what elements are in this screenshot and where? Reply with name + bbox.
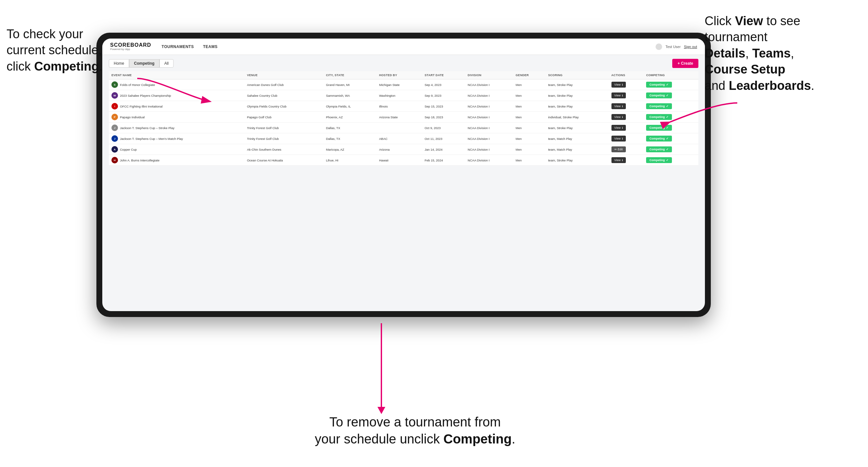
cell-hosted: Arizona — [376, 144, 422, 155]
cell-scoring: team, Stroke Play — [546, 80, 609, 90]
table-header: EVENT NAME VENUE CITY, STATE HOSTED BY S… — [109, 71, 699, 80]
team-logo: P — [112, 114, 118, 120]
event-name-text: John A. Burns Intercollegiate — [120, 158, 159, 162]
competing-button[interactable]: Competing — [646, 82, 672, 88]
cell-scoring: team, Match Play — [546, 133, 609, 144]
cell-date: Jan 14, 2024 — [422, 144, 465, 155]
arrow-bottom — [381, 323, 382, 408]
user-label: Test User — [665, 45, 680, 49]
cell-city: Maricopa, AZ — [323, 144, 376, 155]
nav-teams[interactable]: TEAMS — [203, 44, 218, 49]
cell-action: View ℹ — [609, 101, 644, 112]
cell-venue: Papago Golf Club — [244, 112, 323, 123]
cell-venue: Ocean Course At Hokuala — [244, 155, 323, 166]
annotation-tl-competing: Competing — [34, 60, 99, 73]
filter-all[interactable]: All — [159, 59, 174, 68]
competing-button[interactable]: Competing — [646, 147, 672, 152]
ann-bot-line2-plain: your schedule unclick — [315, 432, 443, 446]
col-actions: ACTIONS — [609, 71, 644, 80]
nav-items: TOURNAMENTS TEAMS — [162, 44, 656, 49]
cell-division: NCAA Division I — [465, 123, 513, 133]
table-row: J Jackson T. Stephens Cup – Stroke Play … — [109, 123, 699, 133]
cell-scoring: team, Stroke Play — [546, 155, 609, 166]
cell-venue: American Dunes Golf Club — [244, 80, 323, 90]
cell-scoring: team, Stroke Play — [546, 101, 609, 112]
cell-date: Sep 15, 2023 — [422, 101, 465, 112]
cell-event-name: A Copper Cup — [109, 144, 244, 155]
event-name-text: Papago Individual — [120, 115, 145, 119]
user-icon — [656, 43, 662, 50]
edit-button[interactable]: ✏ Edit — [612, 147, 626, 152]
cell-gender: Men — [513, 144, 546, 155]
annotation-tl-period: . — [99, 60, 103, 73]
ann-bot-end: . — [512, 432, 516, 446]
cell-gender: Men — [513, 123, 546, 133]
cell-scoring: team, Stroke Play — [546, 123, 609, 133]
col-division: DIVISION — [465, 71, 513, 80]
event-name-text: 2023 Sahalee Players Championship — [120, 94, 171, 97]
cell-hosted: ABAC — [376, 133, 422, 144]
cell-hosted: Hawaii — [376, 155, 422, 166]
cell-division: NCAA Division I — [465, 112, 513, 123]
cell-date: Oct 11, 2023 — [422, 133, 465, 144]
ann-tr-leaderboards: Leaderboards — [729, 79, 811, 92]
competing-button[interactable]: Competing — [646, 125, 672, 131]
cell-competing: Competing — [644, 133, 699, 144]
tablet-screen: SCOREBOARD Powered by clipp TOURNAMENTS … — [102, 38, 705, 311]
annotation-top-left: To check your current schedule, click Co… — [6, 26, 144, 74]
sign-out-link[interactable]: Sign out — [684, 45, 697, 49]
cell-hosted — [376, 123, 422, 133]
cell-division: NCAA Division I — [465, 133, 513, 144]
cell-competing: Competing — [644, 90, 699, 101]
competing-button[interactable]: Competing — [646, 92, 672, 98]
cell-action: ✏ Edit — [609, 144, 644, 155]
col-competing: COMPETING — [644, 71, 699, 80]
col-city: CITY, STATE — [323, 71, 376, 80]
cell-scoring: team, Stroke Play — [546, 90, 609, 101]
cell-division: NCAA Division I — [465, 155, 513, 166]
table-row: P Papago Individual Papago Golf ClubPhoe… — [109, 112, 699, 123]
cell-date: Oct 9, 2023 — [422, 123, 465, 133]
tournaments-table-wrap: EVENT NAME VENUE CITY, STATE HOSTED BY S… — [109, 71, 699, 307]
cell-division: NCAA Division I — [465, 144, 513, 155]
ann-tr-coursesetup: Course Setup — [705, 62, 785, 76]
view-button[interactable]: View ℹ — [612, 82, 626, 88]
cell-city: Lihue, HI — [323, 155, 376, 166]
view-button[interactable]: View ℹ — [612, 92, 626, 98]
cell-date: Sep 9, 2023 — [422, 90, 465, 101]
col-venue: VENUE — [244, 71, 323, 80]
view-button[interactable]: View ℹ — [612, 157, 626, 163]
cell-competing: Competing — [644, 80, 699, 90]
cell-gender: Men — [513, 155, 546, 166]
create-button[interactable]: + Create — [672, 59, 699, 68]
team-logo: J — [112, 125, 118, 131]
competing-button[interactable]: Competing — [646, 136, 672, 142]
cell-hosted: Illinois — [376, 101, 422, 112]
annotation-tl-line2: current schedule, — [6, 43, 102, 57]
cell-city: Dallas, TX — [323, 123, 376, 133]
event-name-text: Copper Cup — [120, 148, 136, 151]
competing-button[interactable]: Competing — [646, 103, 672, 109]
cell-city: Grand Haven, MI — [323, 80, 376, 90]
cell-gender: Men — [513, 90, 546, 101]
cell-event-name: H John A. Burns Intercollegiate — [109, 155, 244, 166]
cell-gender: Men — [513, 80, 546, 90]
main-content: Home Competing All + Create EVENT NAME V… — [102, 55, 705, 311]
team-logo: J — [112, 135, 118, 142]
cell-venue: Trinity Forest Golf Club — [244, 133, 323, 144]
cell-city: Phoenix, AZ — [323, 112, 376, 123]
competing-button[interactable]: Competing — [646, 114, 672, 120]
cell-city: Dallas, TX — [323, 133, 376, 144]
view-button[interactable]: View ℹ — [612, 136, 626, 142]
view-button[interactable]: View ℹ — [612, 114, 626, 120]
cell-gender: Men — [513, 133, 546, 144]
navbar: SCOREBOARD Powered by clipp TOURNAMENTS … — [102, 38, 705, 55]
tablet-frame: SCOREBOARD Powered by clipp TOURNAMENTS … — [96, 33, 711, 317]
competing-button[interactable]: Competing — [646, 157, 672, 163]
cell-date: Sep 18, 2023 — [422, 112, 465, 123]
view-button[interactable]: View ℹ — [612, 103, 626, 109]
view-button[interactable]: View ℹ — [612, 125, 626, 131]
cell-event-name: S Folds of Honor Collegiate — [109, 80, 244, 90]
table-row: A Copper Cup Ak-Chin Southern DunesMaric… — [109, 144, 699, 155]
nav-tournaments[interactable]: TOURNAMENTS — [162, 44, 194, 49]
